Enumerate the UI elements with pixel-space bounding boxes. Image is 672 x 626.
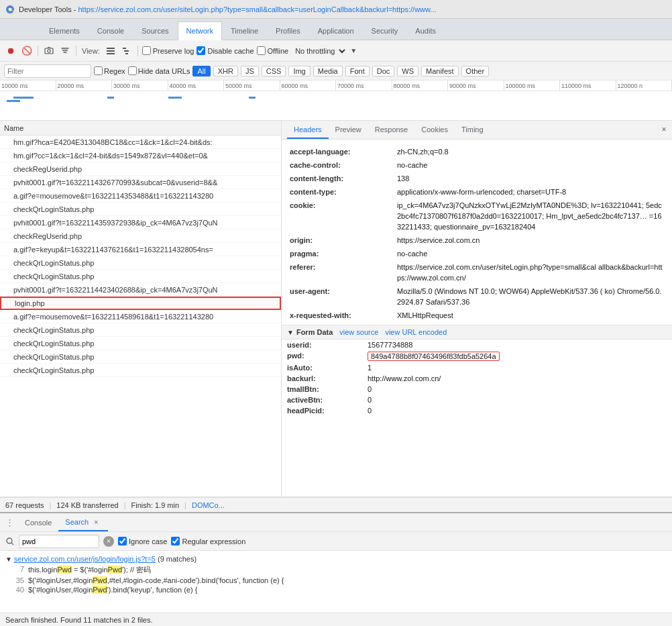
tab-application[interactable]: Application [309, 21, 363, 40]
search-results: ▼ service.zol.com.cn/user/js/login/login… [0, 551, 672, 613]
regex-option[interactable]: Regex [94, 66, 125, 75]
request-row-0[interactable]: hm.gif?hca=E4204E313048BC18&cc=1&ck=1&cl… [0, 136, 281, 149]
search-match-35[interactable]: 35 $('#loginUser,#loginPwd,#tel,#login-c… [5, 576, 667, 585]
close-detail-button[interactable]: × [659, 123, 669, 134]
view-list-button[interactable] [104, 44, 117, 58]
hide-data-urls-option[interactable]: Hide data URLs [128, 66, 190, 75]
request-row-11[interactable]: pvhit0001.gif?t=16322114423402688&ip_ck=… [0, 283, 281, 297]
detail-tabs: Headers Preview Response Cookies Timing [282, 121, 672, 140]
clear-button[interactable]: 🚫 [20, 44, 34, 58]
svg-rect-6 [107, 53, 115, 54]
filter-bar: Regex Hide data URLs All XHR JS CSS Img … [0, 62, 672, 81]
filter-button[interactable] [58, 44, 72, 58]
tab-preview[interactable]: Preview [329, 121, 368, 139]
timeline: 10000 ms 20000 ms 30000 ms 40000 ms 5000… [0, 81, 672, 121]
svg-point-1 [9, 7, 12, 11]
header-x-requested-with: x-requested-with: XMLHttpRequest [287, 309, 667, 322]
request-row-14[interactable]: checkQrLoginStatus.php [0, 323, 281, 337]
tab-timing[interactable]: Timing [455, 121, 490, 139]
tab-elements[interactable]: Elements [40, 21, 89, 40]
form-data-section-header[interactable]: ▼ Form Data view source view URL encoded [282, 325, 672, 340]
filter-input[interactable] [4, 64, 91, 78]
tab-console[interactable]: Console [89, 21, 133, 40]
request-row-13[interactable]: a.gif?e=mousemove&t=16322114589618&t1=16… [0, 310, 281, 323]
tab-cookies[interactable]: Cookies [414, 121, 455, 139]
row-name-11: pvhit0001.gif?t=16322114423402688&ip_ck=… [13, 286, 278, 294]
filter-js-btn[interactable]: JS [241, 66, 259, 76]
request-row-16[interactable]: checkQrLoginStatus.php [0, 350, 281, 364]
filter-css-btn[interactable]: CSS [262, 66, 286, 76]
tick-9: 100000 ms [504, 81, 561, 91]
row-name-2: checkRegUserid.php [13, 165, 278, 173]
filter-all-btn[interactable]: All [192, 66, 210, 76]
record-button[interactable]: ⏺ [4, 44, 17, 58]
tab-security[interactable]: Security [363, 21, 407, 40]
requests-list[interactable]: hm.gif?hca=E4204E313048BC18&cc=1&ck=1&cl… [0, 136, 281, 497]
chrome-icon [5, 5, 15, 14]
regex-option[interactable]: Regular expression [171, 537, 245, 545]
svg-rect-4 [107, 48, 115, 49]
filter-ws-btn[interactable]: WS [397, 66, 418, 76]
request-row-15[interactable]: checkQrLoginStatus.php [0, 337, 281, 350]
tab-sources[interactable]: Sources [133, 21, 177, 40]
search-tab-close[interactable]: × [91, 518, 101, 526]
offline-checkbox[interactable]: Offline [257, 46, 289, 55]
header-accept-language: accept-language: zh-CN,zh;q=0.8 [287, 145, 667, 158]
filter-font-btn[interactable]: Font [345, 66, 370, 76]
filter-other-btn[interactable]: Other [461, 66, 490, 76]
bottom-tab-console[interactable]: Console [18, 514, 58, 531]
request-row-8[interactable]: a.gif?e=keyup&t=16322114376216&t1=163221… [0, 243, 281, 256]
search-match-7[interactable]: 7 this.loginPwd = $('#loginPwd'); // 密码 [5, 564, 667, 576]
filter-manifest-btn[interactable]: Manifest [421, 66, 459, 76]
view-waterfall-button[interactable] [120, 44, 133, 58]
filter-media-btn[interactable]: Media [313, 66, 343, 76]
request-row-7[interactable]: checkRegUserid.php [0, 229, 281, 243]
header-pragma: pragma: no-cache [287, 247, 667, 260]
request-row-17[interactable]: checkQrLoginStatus.php [0, 364, 281, 377]
request-row-1[interactable]: hm.gif?cc=1&ck=1&cl=24-bit&ds=1549x872&v… [0, 149, 281, 162]
filter-img-btn[interactable]: Img [288, 66, 310, 76]
toolbar-divider-2 [76, 46, 76, 56]
header-content-length: content-length: 138 [287, 172, 667, 185]
tick-11: 120000 n [616, 81, 673, 91]
request-row-12[interactable]: login.php [0, 297, 281, 310]
request-row-9[interactable]: checkQrLoginStatus.php [0, 256, 281, 270]
throttle-select[interactable]: No throttling Fast 3G Slow 3G [291, 46, 347, 56]
view-url-encoded-link[interactable]: view URL encoded [385, 328, 447, 336]
filter-doc-btn[interactable]: Doc [372, 66, 395, 76]
bottom-tab-search[interactable]: Search × [58, 514, 107, 531]
ignore-case-option[interactable]: Ignore case [118, 537, 167, 545]
request-row-3[interactable]: pvhit0001.gif?t=16322114326770993&subcat… [0, 176, 281, 189]
tick-8: 90000 ms [448, 81, 504, 91]
filter-xhr-btn[interactable]: XHR [213, 66, 238, 76]
row-name-4: a.gif?e=mousemove&t=16322114353488&t1=16… [13, 192, 278, 200]
toolbar-divider-1 [38, 46, 38, 56]
disable-cache-checkbox[interactable]: Disable cache [197, 46, 254, 55]
domco-text[interactable]: DOMCo... [192, 501, 225, 509]
tab-timeline[interactable]: Timeline [222, 21, 267, 40]
titlebar: Developer Tools - https://service.zol.co… [0, 0, 672, 19]
row-name-8: a.gif?e=keyup&t=16322114376216&t1=163221… [13, 246, 278, 254]
detail-content: accept-language: zh-CN,zh;q=0.8 cache-co… [282, 140, 672, 497]
request-row-2[interactable]: checkRegUserid.php [0, 162, 281, 176]
tab-network[interactable]: Network [178, 21, 222, 40]
camera-button[interactable] [42, 44, 56, 58]
tick-0: 10000 ms [0, 81, 56, 91]
tab-headers[interactable]: Headers [287, 121, 329, 139]
preserve-log-checkbox[interactable]: Preserve log [142, 46, 194, 55]
request-row-5[interactable]: checkQrLoginStatus.php [0, 203, 281, 216]
view-source-link[interactable]: view source [339, 328, 378, 336]
search-file-link[interactable]: service.zol.com.cn/user/js/login/login.j… [14, 555, 156, 563]
tab-audits[interactable]: Audits [406, 21, 445, 40]
tab-response[interactable]: Response [368, 121, 415, 139]
tab-profiles[interactable]: Profiles [267, 21, 309, 40]
search-match-40[interactable]: 40 $('#loginUser,#loginPwd').bind('keyup… [5, 585, 667, 594]
search-clear-button[interactable]: × [103, 536, 114, 547]
row-name-5: checkQrLoginStatus.php [13, 205, 278, 213]
request-row-10[interactable]: checkQrLoginStatus.php [0, 270, 281, 283]
request-row-4[interactable]: a.gif?e=mousemove&t=16322114353488&t1=16… [0, 189, 281, 203]
search-input[interactable] [19, 535, 99, 548]
requests-count: 67 requests [5, 501, 44, 509]
request-headers-section: accept-language: zh-CN,zh;q=0.8 cache-co… [287, 145, 667, 322]
request-row-6[interactable]: pvhit0001.gif?t=16322114359372938&ip_ck=… [0, 216, 281, 229]
